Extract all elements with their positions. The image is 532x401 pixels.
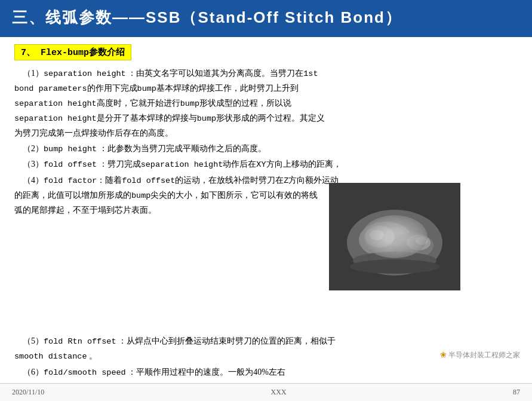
watermark: ❀ 半导体封装工程师之家 <box>440 350 520 360</box>
slide-container: 三、线弧参数——SSB（Stand-Off Stitch Bond） 7、 Fl… <box>0 0 532 401</box>
sem-image-inner <box>329 183 460 290</box>
watermark-text: 半导体封装工程师之家 <box>448 351 520 359</box>
svg-point-4 <box>370 229 384 240</box>
footer-center: XXX <box>271 388 287 397</box>
slide-title: 三、线弧参数——SSB（Stand-Off Stitch Bond） <box>12 7 402 28</box>
title-bar: 三、线弧参数——SSB（Stand-Off Stitch Bond） <box>0 0 532 37</box>
paragraph-6: （6）fold/smooth speed ：平顺作用过程中的速度。一般为40%左… <box>14 365 518 380</box>
paragraph-2: （2）bump height ：此参数为当劈刀完成平顺动作之后的高度。 <box>14 142 518 157</box>
paragraph-1: （1）separation height ：由英文名字可以知道其为分离高度。当劈… <box>14 66 518 140</box>
footer: 2020/11/10 XXX 87 <box>0 383 532 401</box>
section-number: 7、 Flex-bump参数介绍 <box>21 48 125 58</box>
footer-page: 87 <box>513 388 520 397</box>
svg-point-3 <box>365 226 395 247</box>
svg-point-9 <box>350 259 439 274</box>
paragraph-7: （7） fold/smooth USG ：平顺作用过程中所施加的USG能量大小。… <box>14 381 518 383</box>
svg-point-7 <box>416 237 428 245</box>
content-area: 7、 Flex-bump参数介绍 （1）separation height ：由… <box>0 37 532 383</box>
sem-image <box>329 183 460 290</box>
section-header: 7、 Flex-bump参数介绍 <box>14 44 131 60</box>
footer-date: 2020/11/10 <box>12 388 44 397</box>
svg-point-2 <box>359 222 413 258</box>
paragraph-3: （3）fold offset ：劈刀完成separation height动作后… <box>14 157 518 172</box>
watermark-icon: ❀ <box>440 350 447 359</box>
